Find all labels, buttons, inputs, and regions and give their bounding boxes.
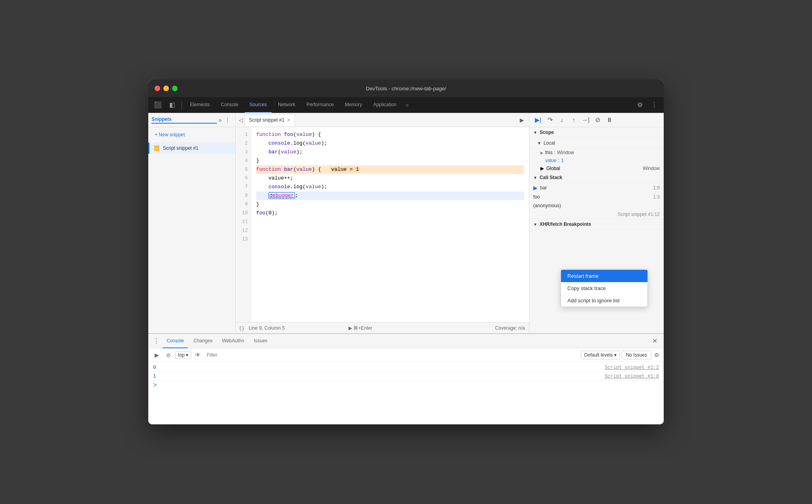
step-into-btn[interactable]: ↓ [556, 115, 567, 126]
new-snippet-button[interactable]: + New snippet [152, 130, 187, 139]
context-menu-restart-frame[interactable]: Restart frame [561, 270, 647, 282]
xhr-header[interactable]: ▼ XHR/fetch Breakpoints [529, 219, 664, 230]
code-line-2: console.log(value); [256, 139, 524, 148]
snippet-item[interactable]: </> Script snippet #1 [148, 143, 235, 154]
maximize-button[interactable] [172, 86, 178, 91]
resume-btn[interactable]: ▶| [532, 115, 544, 126]
tab-network[interactable]: Network [273, 97, 300, 113]
bottom-tab-menu-btn[interactable]: ⋮ [151, 336, 161, 346]
run-label[interactable]: ▶ ⌘+Enter [349, 325, 372, 331]
global-triangle: ▶ [540, 166, 544, 171]
step-btn[interactable]: →| [580, 115, 591, 126]
console-source-0[interactable]: Script snippet #1:2 [605, 365, 659, 370]
editor-back-btn[interactable]: ◁ [237, 115, 245, 125]
callstack-header[interactable]: ▼ Call Stack [529, 172, 664, 183]
bottom-panel-close-btn[interactable]: ✕ [649, 336, 661, 346]
default-levels-button[interactable]: Default levels ▾ [581, 351, 620, 359]
console-source-1[interactable]: Script snippet #1:8 [605, 374, 659, 379]
more-options-btn[interactable]: ⋮ [648, 99, 661, 111]
settings-icon-btn[interactable]: ⚙ [634, 99, 646, 111]
code-line-4: } [256, 157, 524, 165]
tab-application[interactable]: Application [368, 97, 401, 113]
value-val: 1 [561, 158, 564, 163]
top-dropdown[interactable]: top ▾ [175, 351, 191, 359]
value-item: value: 1 [529, 157, 664, 164]
this-item: ▶ this: Window [529, 149, 664, 157]
code-editor[interactable]: 1 2 3 4 5 6 7 8 9 10 11 12 13 function f… [236, 127, 529, 322]
tab-console[interactable]: Console [216, 97, 243, 113]
console-block-btn[interactable]: ⊘ [163, 350, 174, 360]
line-num-13: 13 [236, 235, 251, 244]
format-icon[interactable]: { } [239, 325, 244, 331]
default-levels-label: Default levels [584, 352, 613, 358]
cursor-icon-btn[interactable]: ⬛ [151, 99, 164, 111]
editor-file-tab[interactable]: Script snippet #1 ✕ [245, 114, 295, 126]
context-menu-copy-stack[interactable]: Copy stack trace [561, 282, 647, 294]
value-key: value [545, 158, 557, 163]
svg-text:</>: </> [155, 147, 160, 150]
sidebar-header: Snippets » ⋮ [148, 113, 235, 127]
cursor-position: Line 9, Column 5 [249, 325, 285, 331]
default-levels-arrow: ▾ [614, 352, 617, 358]
tab-elements[interactable]: Elements [185, 97, 214, 113]
more-tabs-button[interactable]: » [403, 100, 411, 110]
bottom-tab-changes[interactable]: Changes [190, 334, 216, 348]
tab-bar-left: ⬛ ◧ Elements Console Sources Network Per… [151, 97, 411, 113]
context-menu: Restart frame Copy stack trace Add scrip… [561, 269, 648, 307]
line-num-3: 3 [236, 148, 251, 157]
console-prompt[interactable]: > [148, 381, 664, 390]
console-run-btn[interactable]: ▶ [151, 350, 162, 360]
console-toolbar: ▶ ⊘ top ▾ 👁 Default levels ▾ No Issues ⚙ [148, 348, 664, 362]
sidebar-title: Snippets [151, 116, 217, 124]
editor-file-tab-name: Script snippet #1 [249, 117, 284, 123]
pause-exceptions-btn[interactable]: ⏸ [604, 115, 615, 126]
global-title: Global [546, 166, 560, 171]
editor-run-button[interactable]: ▶ [517, 115, 527, 125]
filter-input[interactable] [205, 351, 579, 359]
scope-title: Scope [540, 130, 554, 135]
console-settings-btn[interactable]: ⚙ [653, 351, 661, 359]
no-issues-button[interactable]: No Issues [622, 351, 651, 359]
callstack-name-bar: bar [540, 185, 547, 191]
step-over-btn[interactable]: ↷ [544, 115, 555, 126]
traffic-lights [155, 86, 178, 91]
line-numbers: 1 2 3 4 5 6 7 8 9 10 11 12 13 [236, 127, 251, 322]
line-num-10: 10 [236, 209, 251, 218]
deactivate-btn[interactable]: ⊘ [592, 115, 603, 126]
editor-area: ◁ Script snippet #1 ✕ ▶ 1 2 3 4 5 6 7 8 [236, 113, 529, 333]
callstack-arrow: ▶ [533, 185, 538, 191]
global-header[interactable]: ▶ Global Window [529, 164, 664, 172]
callstack-item-bar[interactable]: ▶ bar 1:9 [529, 183, 664, 193]
devtools-window: DevTools - chrome://new-tab-page/ ⬛ ◧ El… [148, 80, 664, 424]
callstack-triangle: ▼ [533, 176, 537, 180]
debugger-toolbar: ▶| ↷ ↓ ↑ →| ⊘ ⏸ [529, 113, 664, 127]
bottom-tab-issues[interactable]: Issues [250, 334, 272, 348]
close-button[interactable] [155, 86, 160, 91]
local-title: Local [544, 140, 555, 146]
callstack-item-foo[interactable]: foo 1:3 [529, 193, 664, 201]
scope-header[interactable]: ▼ Scope [529, 127, 664, 138]
snippet-icon: </> [153, 145, 160, 151]
tab-memory[interactable]: Memory [340, 97, 367, 113]
local-header[interactable]: ▼ Local [529, 138, 664, 149]
sidebar-more-btn[interactable]: » [217, 116, 223, 124]
device-icon-btn[interactable]: ◧ [166, 99, 178, 111]
console-val-0: 0 [153, 365, 156, 370]
live-expressions-btn[interactable]: 👁 [193, 350, 203, 360]
step-out-btn[interactable]: ↑ [568, 115, 579, 126]
code-line-12: foo(0); [256, 209, 524, 218]
callstack-item-anon[interactable]: (anonymous) [529, 201, 664, 210]
tab-performance[interactable]: Performance [302, 97, 339, 113]
snippet-item-name: Script snippet #1 [163, 145, 198, 151]
tab-sources[interactable]: Sources [245, 97, 272, 113]
context-menu-add-ignore[interactable]: Add script to ignore list [561, 294, 647, 307]
editor-file-close-icon[interactable]: ✕ [287, 117, 291, 123]
callstack-item-source[interactable]: Script snippet #1:12 [529, 210, 664, 219]
minimize-button[interactable] [163, 86, 169, 91]
sidebar-actions: + New snippet [148, 127, 235, 143]
bottom-tab-console[interactable]: Console [163, 334, 188, 348]
console-output: 0 Script snippet #1:2 1 Script snippet #… [148, 362, 664, 424]
this-value: Window [557, 150, 574, 155]
sidebar-menu-btn[interactable]: ⋮ [223, 116, 232, 124]
bottom-tab-webauthn[interactable]: WebAuthn [218, 334, 248, 348]
